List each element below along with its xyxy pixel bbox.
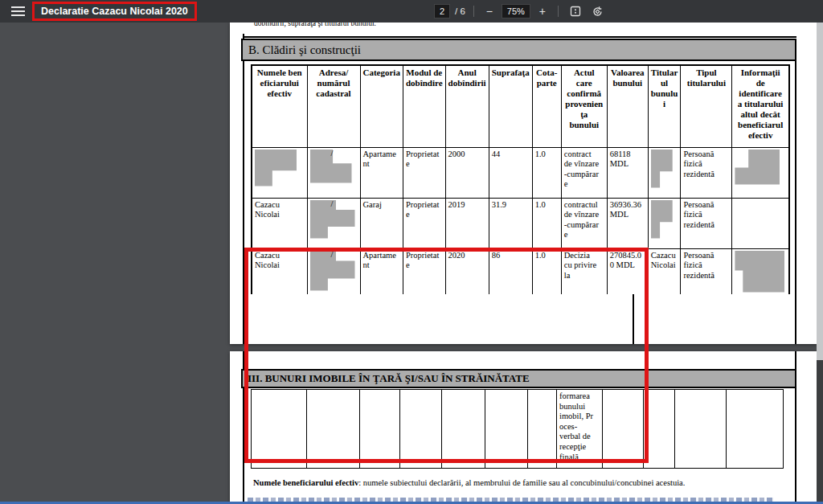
table-cell: 36936.36 MDL (607, 198, 648, 248)
table-cell (675, 390, 727, 469)
table-cell (307, 390, 360, 469)
table-cell (648, 198, 681, 248)
table-cell: 270845.0 0 MDL (607, 248, 648, 294)
table-header-cell: Categoria (360, 65, 403, 147)
section-divider-line (243, 36, 796, 38)
table-header-cell: Numele ben eficiarului efectiv (252, 65, 307, 147)
table-cell: 1.0 (532, 147, 561, 198)
table-cell: Apartame nt (360, 147, 403, 198)
redaction-prefix: / (331, 250, 334, 260)
redaction-blob (255, 150, 297, 186)
scrollbar-track[interactable] (817, 23, 823, 504)
table-row: formarea bunului imobil, Pr oces- verbal… (252, 390, 784, 469)
table-header-cell: Anul dobîndirii (445, 65, 489, 147)
table-cell: Proprietat e (403, 248, 445, 294)
pdf-page-2-top: dobîndirii, suprafaţa şi titularul bunul… (230, 23, 817, 344)
table-cell (485, 390, 528, 469)
table-cell: / (307, 248, 360, 294)
table-cell: 2000 (445, 147, 489, 198)
table-cell (648, 147, 681, 198)
toolbar-separator (558, 6, 559, 17)
table-cell (442, 390, 485, 469)
page-total-label: / 6 (455, 6, 465, 16)
table-cell: Garaj (360, 198, 403, 248)
buildings-table: Numele ben eficiarului efectivAdresa/ nu… (251, 64, 790, 294)
scrollbar-thumb[interactable] (817, 23, 823, 360)
table-cell (727, 390, 784, 469)
pdf-viewer-window: Declaratie Cazacu Nicolai 2020 / 6 − 75%… (0, 0, 823, 504)
table-header-cell: Tipul titularului (681, 65, 732, 147)
zoom-in-button[interactable]: + (535, 3, 550, 19)
table-row: Cazacu Nicolai/Apartame ntProprietat e20… (252, 248, 789, 294)
table-cell: / (307, 147, 360, 198)
page-number-input[interactable] (434, 4, 450, 18)
rotate-button[interactable] (589, 2, 607, 20)
zoom-level-value[interactable]: 75% (502, 4, 530, 18)
table-row: /Apartame ntProprietat e2000441.0contrac… (252, 147, 789, 198)
footnote-definition: : numele subiectului declarării, al memb… (358, 478, 685, 487)
table-cell (400, 390, 442, 469)
fit-to-page-button[interactable] (567, 2, 584, 20)
viewer-canvas[interactable]: dobîndirii, suprafaţa şi titularul bunul… (0, 23, 823, 504)
table-cell: 31.9 (489, 198, 532, 248)
redaction-prefix: / (331, 149, 334, 159)
form-frame-left (243, 34, 244, 344)
table-cell (528, 390, 557, 469)
table-cell (732, 248, 789, 294)
table-cell: Decizia cu privire la (561, 248, 607, 294)
zoom-out-button[interactable]: − (482, 3, 497, 19)
table-cell: 1.0 (532, 198, 561, 248)
table-cell (732, 147, 789, 198)
table-cell (360, 390, 400, 469)
pdf-page-3-top: III. BUNURI IMOBILE ÎN ŢARĂ ŞI/SAU ÎN ST… (230, 351, 817, 504)
table-cell (252, 147, 307, 198)
table-row: Cazacu Nicolai/GarajProprietat e201931.9… (252, 198, 789, 248)
toolbar-separator (473, 6, 474, 17)
table-header-row: Numele ben eficiarului efectivAdresa/ nu… (252, 65, 789, 147)
table-cell: contract de vînzare -cumpărar e (561, 147, 607, 198)
table-cell: Persoană fizică rezidentă (681, 248, 732, 294)
table-cell: Proprietat e (403, 198, 445, 248)
redaction-blob (735, 251, 784, 293)
table-cell: Proprietat e (403, 147, 445, 198)
title-annotation-redbox: Declaratie Cazacu Nicolai 2020 (32, 2, 197, 21)
table-cell: contractul de vînzare -cumpărar e (561, 198, 607, 248)
table-header-cell: Actul care confirmă provenien ţa bunului (561, 65, 607, 147)
table-cell: 68118 MDL (607, 147, 648, 198)
table-cell: / (307, 198, 360, 248)
clipped-previous-section-text: dobîndirii, suprafaţa şi titularul bunul… (254, 23, 376, 27)
table-cell: 1.0 (532, 248, 561, 294)
continuation-table: formarea bunului imobil, Pr oces- verbal… (251, 389, 784, 469)
continuation-cell-border (633, 293, 634, 344)
table-cell: 44 (489, 147, 532, 198)
menu-icon[interactable] (11, 6, 25, 16)
table-cell: Cazacu Nicolai (648, 248, 681, 294)
redaction-blob (651, 150, 673, 188)
table-cell (644, 390, 675, 469)
section-iii-header-bar: III. BUNURI IMOBILE ÎN ŢARĂ ŞI/SAU ÎN ST… (241, 369, 796, 388)
table-cell: Apartame nt (360, 248, 403, 294)
table-header-cell: Adresa/ numărul cadastral (307, 65, 360, 147)
document-title: Declaratie Cazacu Nicolai 2020 (41, 6, 188, 17)
form-frame-right (795, 39, 796, 344)
table-cell: Cazacu Nicolai (252, 198, 307, 248)
footnote-term: Numele beneficiarului efectiv (253, 478, 358, 487)
table-cell: formarea bunului imobil, Pr oces- verbal… (557, 390, 603, 469)
table-header-cell: Cota- parte (532, 65, 561, 147)
fit-to-page-icon (570, 6, 581, 17)
table-header-cell: Modul de dobîndire (403, 65, 445, 147)
table-cell (252, 390, 307, 469)
section-b-title: B. Clădiri şi construcţii (248, 43, 361, 57)
table-header-cell: Valoarea bunului (607, 65, 648, 147)
redaction-blob (735, 150, 780, 185)
pdf-toolbar: Declaratie Cazacu Nicolai 2020 / 6 − 75%… (0, 0, 823, 23)
table-cell: Persoană fizică rezidentă (681, 198, 732, 248)
section-iii-title: III. BUNURI IMOBILE ÎN ŢARĂ ŞI/SAU ÎN ST… (248, 372, 530, 385)
table-cell: 2019 (445, 198, 489, 248)
rotate-icon (592, 6, 604, 18)
table-cell: 86 (489, 248, 532, 294)
table-cell: Persoană fizică rezidentă (681, 147, 732, 198)
redaction-prefix: / (331, 199, 334, 210)
table-cell: 2020 (445, 248, 489, 294)
section-b-header-bar: B. Clădiri şi construcţii (241, 39, 796, 61)
